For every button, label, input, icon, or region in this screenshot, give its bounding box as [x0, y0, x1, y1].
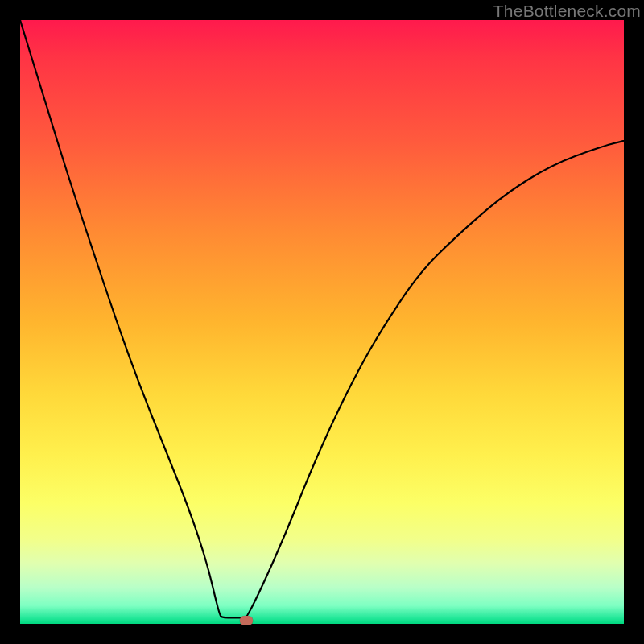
optimum-marker — [240, 616, 253, 625]
bottleneck-curve — [20, 20, 624, 624]
chart-frame: TheBottleneck.com — [0, 0, 644, 644]
watermark-text: TheBottleneck.com — [493, 2, 641, 21]
plot-area — [20, 20, 624, 624]
curve-path — [20, 20, 624, 618]
